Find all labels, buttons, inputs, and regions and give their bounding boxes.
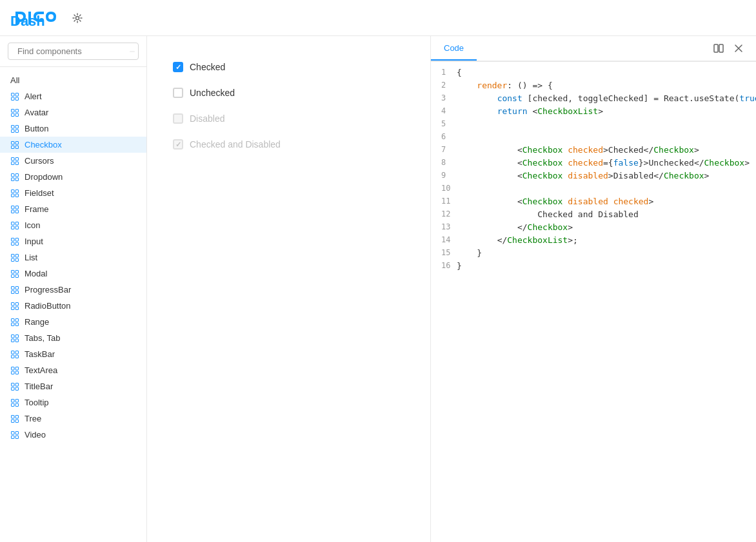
- svg-rect-63: [12, 334, 15, 338]
- code-panel: Code 1{2 render: () => {3 const [che: [431, 36, 756, 542]
- sidebar-item-progressbar[interactable]: ProgressBar: [0, 282, 146, 298]
- code-line: 13 </Checkbox>: [431, 222, 756, 235]
- sidebar-item-modal[interactable]: Modal: [0, 266, 146, 282]
- svg-rect-28: [15, 189, 19, 193]
- svg-rect-5: [12, 97, 15, 101]
- settings-button[interactable]: [70, 10, 85, 26]
- svg-rect-20: [15, 157, 19, 160]
- checkbox-item[interactable]: Disabled: [173, 113, 224, 124]
- preview-content: CheckedUncheckedDisabledChecked and Disa…: [147, 36, 430, 542]
- grid-icon: [10, 237, 19, 246]
- line-content: <Checkbox disabled checked>: [457, 197, 756, 208]
- svg-rect-14: [15, 130, 19, 133]
- svg-rect-19: [12, 157, 15, 160]
- checkbox-item[interactable]: Checked and Disabled: [173, 139, 281, 150]
- sidebar-item-titlebar[interactable]: TitleBar: [0, 378, 146, 394]
- sidebar-item-tooltip[interactable]: Tooltip: [0, 394, 146, 411]
- svg-rect-29: [12, 194, 15, 197]
- sidebar-item-all[interactable]: All: [0, 72, 146, 88]
- line-number: 3: [431, 93, 457, 105]
- sidebar-item-button[interactable]: Button: [0, 121, 146, 137]
- nav-item-label: Checkbox: [25, 140, 62, 150]
- grid-icon: [10, 205, 19, 214]
- checkbox-item[interactable]: Unchecked: [173, 88, 235, 98]
- close-button[interactable]: [731, 41, 746, 55]
- sidebar-item-radiobutton[interactable]: RadioButton: [0, 298, 146, 314]
- grid-icon: [10, 350, 19, 359]
- sidebar-item-checkbox[interactable]: Checkbox: [0, 137, 146, 153]
- svg-point-1: [76, 16, 79, 19]
- sidebar-item-range[interactable]: Range: [0, 314, 146, 330]
- sidebar-item-cursors[interactable]: Cursors: [0, 153, 146, 169]
- sidebar-item-fieldset[interactable]: Fieldset: [0, 185, 146, 201]
- nav-item-label: Modal: [25, 269, 47, 278]
- search-wrap[interactable]: [8, 43, 139, 60]
- nav-item-label: TaskBar: [25, 349, 55, 359]
- split-view-button[interactable]: [711, 41, 726, 56]
- logo: Dash: [10, 8, 62, 28]
- svg-rect-91: [714, 44, 718, 52]
- grid-icon: [10, 334, 19, 343]
- nav-item-label: Frame: [25, 204, 49, 214]
- sidebar-item-avatar[interactable]: Avatar: [0, 104, 146, 121]
- nav-item-label: Tree: [25, 414, 41, 423]
- svg-rect-13: [12, 130, 15, 133]
- nav-item-label: All: [10, 75, 19, 85]
- grid-icon: [10, 157, 19, 166]
- sidebar-item-dropdown[interactable]: Dropdown: [0, 169, 146, 185]
- line-number: 5: [431, 119, 457, 131]
- svg-rect-79: [12, 399, 15, 402]
- svg-rect-87: [12, 431, 15, 434]
- line-number: 10: [431, 184, 457, 195]
- sidebar-item-tabstab[interactable]: Tabs, Tab: [0, 330, 146, 346]
- line-content: }: [457, 248, 756, 260]
- grid-icon: [10, 108, 19, 117]
- line-number: 4: [431, 106, 457, 118]
- checkbox-label: Unchecked: [190, 88, 235, 98]
- svg-rect-22: [15, 162, 19, 165]
- svg-rect-30: [15, 194, 19, 197]
- sidebar-item-frame[interactable]: Frame: [0, 201, 146, 217]
- nav-item-label: Tabs, Tab: [25, 333, 60, 343]
- sidebar-item-alert[interactable]: Alert: [0, 88, 146, 104]
- checkbox-item[interactable]: Checked: [173, 62, 225, 72]
- nav-item-label: Fieldset: [25, 188, 54, 198]
- checkbox[interactable]: [173, 113, 183, 124]
- code-body: 1{2 render: () => {3 const [checked, tog…: [431, 62, 756, 542]
- search-shortcut: [130, 51, 135, 52]
- sidebar-item-icon[interactable]: Icon: [0, 217, 146, 233]
- svg-rect-23: [12, 173, 15, 177]
- grid-icon: [10, 366, 19, 375]
- svg-rect-25: [12, 178, 15, 181]
- code-line: 12 Checked and Disabled: [431, 209, 756, 222]
- checkbox[interactable]: [173, 139, 183, 150]
- sidebar-item-taskbar[interactable]: TaskBar: [0, 346, 146, 362]
- sidebar-item-list[interactable]: List: [0, 249, 146, 266]
- svg-rect-61: [12, 323, 15, 326]
- line-content: {: [457, 68, 756, 79]
- line-number: 14: [431, 235, 457, 247]
- grid-icon: [10, 269, 19, 278]
- svg-rect-31: [12, 206, 15, 209]
- svg-rect-9: [12, 113, 15, 117]
- svg-rect-54: [15, 291, 19, 294]
- checkbox[interactable]: [173, 88, 183, 98]
- line-content: render: () => {: [457, 81, 756, 92]
- line-content: }: [457, 261, 756, 273]
- checkbox[interactable]: [173, 62, 183, 72]
- search-input[interactable]: [17, 46, 126, 56]
- sidebar-item-video[interactable]: Video: [0, 427, 146, 443]
- code-line: 1{: [431, 67, 756, 80]
- sidebar-item-input[interactable]: Input: [0, 233, 146, 249]
- svg-rect-46: [15, 258, 19, 262]
- code-tab[interactable]: Code: [431, 36, 477, 61]
- grid-icon: [10, 431, 19, 440]
- nav-list: All Alert Avatar Button Checkbox Cursors: [0, 67, 146, 542]
- sidebar-item-tree[interactable]: Tree: [0, 411, 146, 427]
- line-content: [457, 132, 756, 144]
- nav-item-label: Range: [25, 317, 49, 327]
- sidebar-item-textarea[interactable]: TextArea: [0, 362, 146, 378]
- svg-rect-68: [15, 351, 19, 354]
- svg-rect-3: [12, 93, 15, 96]
- svg-rect-83: [12, 415, 15, 418]
